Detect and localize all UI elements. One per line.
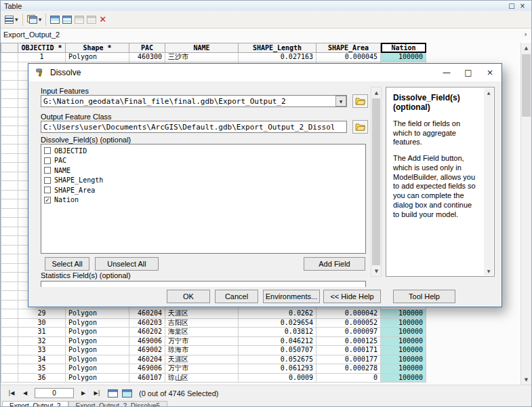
table-cell[interactable]: 1 (18, 53, 66, 62)
table-cell[interactable]: 34 (18, 355, 66, 365)
restore-icon[interactable]: □ (506, 2, 517, 9)
field-item-objectid[interactable]: OBJECTID (41, 146, 365, 156)
table-cell[interactable]: 100000 (381, 337, 426, 347)
row-selector[interactable] (1, 254, 18, 264)
column-header-5[interactable]: SHAPE_Area (316, 43, 381, 53)
table-cell[interactable]: 0.052675 (239, 355, 316, 365)
table-cell[interactable]: 吉阳区 (165, 319, 239, 328)
output-feature-class-input[interactable] (41, 121, 347, 133)
table-cell[interactable]: 天涯区 (165, 355, 239, 365)
table-cell[interactable]: Polygon (66, 337, 129, 347)
dialog-scrollbar-up-icon[interactable]: ▲ (371, 88, 382, 98)
checkbox-unchecked-icon[interactable] (44, 157, 51, 164)
table-scrollbar-down-icon[interactable]: ▼ (521, 374, 531, 385)
record-number-input[interactable] (35, 388, 74, 398)
table-scrollbar-thumb[interactable] (522, 54, 531, 117)
help-scrollbar-up-icon[interactable]: ▲ (484, 88, 493, 97)
table-cell[interactable]: 0.061293 (239, 364, 316, 374)
row-selector[interactable] (1, 53, 18, 62)
column-header-2[interactable]: PAC (129, 43, 165, 53)
table-cell[interactable]: 0.050707 (239, 346, 316, 355)
table-cell[interactable]: 100000 (381, 328, 426, 337)
field-item-shape_area[interactable]: SHAPE_Area (41, 185, 365, 195)
input-browse-button[interactable] (352, 94, 368, 108)
table-row[interactable]: 1Polygon460300三沙市0.0271630.000045100000 (1, 53, 426, 62)
show-selected-records-button[interactable] (122, 389, 132, 398)
table-cell[interactable]: 0.029654 (239, 319, 316, 328)
table-cell[interactable]: 469002 (129, 346, 165, 355)
row-selector[interactable] (1, 199, 18, 209)
table-cell[interactable]: 三沙市 (165, 53, 239, 62)
table-cell[interactable]: 0.000097 (316, 328, 381, 337)
checkbox-unchecked-icon[interactable] (44, 187, 51, 193)
table-cell[interactable]: 36 (18, 374, 66, 383)
minimize-button[interactable]: — (436, 64, 457, 81)
delete-selected-button[interactable]: ✕ (98, 12, 108, 27)
table-row[interactable]: 36Polygon460107琼山区0.00090100000 (1, 374, 426, 383)
column-header-4[interactable]: SHAPE_Length (239, 43, 316, 53)
row-selector[interactable] (1, 191, 18, 200)
table-cell[interactable]: 460300 (129, 53, 165, 62)
table-cell[interactable]: 0 (316, 374, 381, 383)
table-row[interactable]: 32Polygon469006万宁市0.0462120.000125100000 (1, 337, 426, 347)
row-selector[interactable] (1, 181, 18, 191)
field-item-shape_length[interactable]: SHAPE_Length (41, 176, 365, 186)
table-cell[interactable]: 海棠区 (165, 328, 239, 337)
environments-button[interactable]: Environments... (263, 290, 320, 303)
row-selector[interactable] (1, 126, 18, 136)
table-cell[interactable]: 100000 (381, 309, 426, 319)
next-record-button[interactable]: ▶ (77, 388, 90, 399)
table-cell[interactable]: 0.000125 (316, 337, 381, 347)
table-cell[interactable]: 0.046212 (239, 337, 316, 347)
column-header-0[interactable]: OBJECTID * (18, 43, 66, 53)
row-selector[interactable] (1, 309, 18, 319)
table-cell[interactable]: 100000 (381, 374, 426, 383)
table-cell[interactable]: 469006 (129, 337, 165, 347)
help-scrollbar[interactable]: ▲ ▼ (484, 88, 493, 275)
row-selector[interactable] (1, 264, 18, 273)
unselect-all-button[interactable]: Unselect All (95, 257, 159, 271)
row-selector[interactable] (1, 282, 18, 292)
table-cell[interactable]: Polygon (66, 364, 129, 374)
table-cell[interactable]: 33 (18, 346, 66, 355)
table-cell[interactable]: 31 (18, 328, 66, 337)
table-cell[interactable]: 100000 (381, 346, 426, 355)
table-row[interactable]: 33Polygon469002琼海市0.0507070.000171100000 (1, 346, 426, 355)
row-selector[interactable] (1, 71, 18, 81)
table-cell[interactable]: 29 (18, 309, 66, 319)
table-cell[interactable]: 0.03812 (239, 328, 316, 337)
dialog-titlebar[interactable]: Dissolve — □ × (28, 64, 502, 81)
row-selector[interactable] (1, 172, 18, 182)
last-record-button[interactable]: ▶| (90, 388, 104, 399)
help-scrollbar-down-icon[interactable]: ▼ (484, 267, 493, 275)
table-cell[interactable]: 万宁市 (165, 337, 239, 347)
table-cell[interactable]: 0.000171 (316, 346, 381, 355)
table-cell[interactable]: 0.000052 (316, 319, 381, 328)
maximize-button[interactable]: □ (458, 64, 478, 81)
table-cell[interactable]: 35 (18, 364, 66, 374)
row-selector[interactable] (1, 209, 18, 218)
table-options-button[interactable]: ▼ (3, 12, 20, 27)
row-selector[interactable] (1, 90, 18, 99)
table-cell[interactable]: 天涯区 (165, 309, 239, 319)
table-row[interactable]: 29Polygon460204天涯区0.02620.000042100000 (1, 309, 426, 319)
field-item-name[interactable]: NAME (41, 166, 365, 176)
row-selector[interactable] (1, 108, 18, 117)
table-row[interactable]: 35Polygon469006万宁市0.0612930.000278100000 (1, 364, 426, 374)
combo-dropdown-icon[interactable]: ▼ (335, 96, 346, 106)
checkbox-unchecked-icon[interactable] (44, 147, 51, 154)
row-selector[interactable] (1, 163, 18, 172)
column-header-3[interactable]: NAME (165, 43, 239, 53)
table-cell[interactable]: Polygon (66, 309, 129, 319)
table-cell[interactable]: 万宁市 (165, 364, 239, 374)
show-all-records-button[interactable] (108, 389, 118, 398)
table-cell[interactable]: 0.0009 (239, 374, 316, 383)
column-header-1[interactable]: Shape * (66, 43, 129, 53)
table-cell[interactable]: 琼山区 (165, 374, 239, 383)
input-features-combo[interactable] (41, 95, 347, 107)
table-row[interactable]: 30Polygon460203吉阳区0.0296540.000052100000 (1, 319, 426, 328)
ok-button[interactable]: OK (167, 290, 210, 303)
table-cell[interactable]: 30 (18, 319, 66, 328)
tab-export-output-2[interactable]: Export_Output_2 (2, 401, 68, 407)
row-selector[interactable] (1, 364, 18, 374)
